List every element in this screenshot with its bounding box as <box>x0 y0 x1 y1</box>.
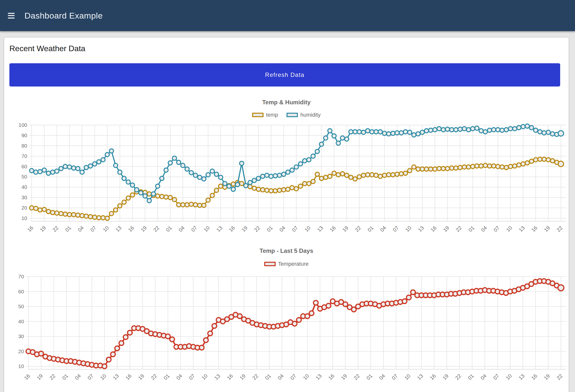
svg-text:04: 04 <box>277 373 285 381</box>
svg-text:30: 30 <box>18 333 24 339</box>
svg-text:19: 19 <box>137 373 145 381</box>
hamburger-menu-icon[interactable] <box>8 13 15 19</box>
legend-item-humidity[interactable]: humidity <box>287 112 321 118</box>
svg-text:04: 04 <box>379 225 387 233</box>
temp-humidity-chart[interactable]: 1009080706050403020101619220104071013161… <box>4 122 569 240</box>
svg-text:60: 60 <box>22 164 27 169</box>
legend-swatch-temp <box>252 113 264 117</box>
svg-text:16: 16 <box>26 225 34 233</box>
svg-text:16: 16 <box>226 373 234 381</box>
legend-item-temperature[interactable]: Temperature <box>264 261 309 267</box>
svg-text:01: 01 <box>467 373 475 381</box>
svg-text:01: 01 <box>264 373 272 381</box>
svg-text:13: 13 <box>316 225 324 233</box>
svg-text:19: 19 <box>341 225 349 233</box>
svg-text:19: 19 <box>442 225 450 233</box>
svg-text:22: 22 <box>455 225 463 233</box>
y-axis-labels: 100908070605040302010 <box>19 122 27 221</box>
svg-text:22: 22 <box>253 225 261 233</box>
series-temperature <box>26 279 564 369</box>
svg-text:16: 16 <box>228 225 236 233</box>
svg-text:22: 22 <box>454 373 462 381</box>
svg-text:10: 10 <box>404 373 412 381</box>
svg-text:07: 07 <box>291 225 299 233</box>
svg-text:04: 04 <box>479 373 487 381</box>
svg-text:10: 10 <box>505 225 513 233</box>
svg-text:07: 07 <box>391 373 399 381</box>
svg-text:10: 10 <box>22 215 27 221</box>
svg-text:16: 16 <box>430 225 437 233</box>
legend-swatch-temperature <box>264 262 276 266</box>
svg-text:13: 13 <box>518 225 526 233</box>
app-header: Dashboard Example <box>0 0 575 31</box>
svg-text:20: 20 <box>18 348 24 354</box>
chart-legend-temperature: Temperature <box>4 261 569 267</box>
chart-legend-temp-humidity: temphumidity <box>4 112 569 118</box>
x-axis-labels: 1619220104071013161922010407101316192201… <box>23 373 564 381</box>
app-title: Dashboard Example <box>24 11 103 21</box>
svg-text:22: 22 <box>48 373 57 381</box>
svg-text:22: 22 <box>150 373 158 381</box>
svg-text:22: 22 <box>555 373 564 381</box>
svg-text:04: 04 <box>175 373 183 381</box>
svg-text:01: 01 <box>64 225 72 233</box>
series-temperature-markers <box>26 279 564 369</box>
chart-title-temp-last-5-days: Temp - Last 5 Days <box>4 247 569 254</box>
svg-text:70: 70 <box>18 274 24 279</box>
svg-text:10: 10 <box>200 373 209 381</box>
x-axis-labels: 1619220104071013161922010407101316192201… <box>26 225 564 233</box>
temperature-chart[interactable]: 7060504030201016192201040710131619220104… <box>4 271 569 392</box>
svg-text:04: 04 <box>480 225 488 233</box>
svg-text:04: 04 <box>177 225 186 233</box>
svg-text:19: 19 <box>140 225 148 233</box>
svg-text:13: 13 <box>517 373 526 381</box>
svg-text:40: 40 <box>22 184 27 190</box>
svg-text:04: 04 <box>378 373 386 381</box>
svg-text:13: 13 <box>213 373 221 381</box>
svg-text:20: 20 <box>22 205 27 210</box>
svg-text:19: 19 <box>543 373 551 381</box>
svg-text:07: 07 <box>188 373 196 381</box>
svg-text:10: 10 <box>302 373 310 381</box>
svg-text:07: 07 <box>190 225 198 233</box>
svg-text:16: 16 <box>530 373 538 381</box>
svg-text:19: 19 <box>543 225 551 233</box>
svg-text:16: 16 <box>124 373 133 381</box>
svg-text:70: 70 <box>22 153 27 159</box>
svg-text:30: 30 <box>22 195 27 200</box>
svg-text:04: 04 <box>74 373 82 381</box>
svg-text:19: 19 <box>340 373 348 381</box>
svg-text:19: 19 <box>441 373 449 381</box>
svg-text:10: 10 <box>102 225 110 233</box>
svg-text:01: 01 <box>467 225 475 233</box>
svg-text:50: 50 <box>22 174 27 180</box>
svg-text:07: 07 <box>86 373 95 381</box>
svg-text:16: 16 <box>429 373 437 381</box>
svg-text:22: 22 <box>51 225 60 233</box>
svg-text:16: 16 <box>329 225 337 233</box>
svg-text:16: 16 <box>127 225 135 233</box>
svg-text:19: 19 <box>240 225 249 233</box>
svg-text:19: 19 <box>39 225 47 233</box>
svg-text:80: 80 <box>22 143 27 149</box>
svg-text:13: 13 <box>112 373 120 381</box>
svg-text:01: 01 <box>162 373 170 381</box>
svg-text:10: 10 <box>99 373 107 381</box>
refresh-data-button[interactable]: Refresh Data <box>9 63 560 87</box>
svg-text:07: 07 <box>492 373 500 381</box>
y-axis-labels: 70605040302010 <box>18 274 24 369</box>
svg-text:16: 16 <box>327 373 335 381</box>
svg-text:10: 10 <box>203 225 211 233</box>
svg-text:01: 01 <box>266 225 274 233</box>
svg-text:07: 07 <box>289 373 297 381</box>
svg-text:13: 13 <box>315 373 323 381</box>
svg-text:10: 10 <box>304 225 312 233</box>
svg-text:04: 04 <box>77 225 85 233</box>
svg-text:22: 22 <box>555 225 564 233</box>
svg-text:22: 22 <box>354 225 362 233</box>
svg-text:10: 10 <box>18 363 24 369</box>
svg-text:22: 22 <box>152 225 160 233</box>
legend-label: temp <box>266 112 278 118</box>
legend-item-temp[interactable]: temp <box>252 112 278 118</box>
svg-text:13: 13 <box>115 225 123 233</box>
